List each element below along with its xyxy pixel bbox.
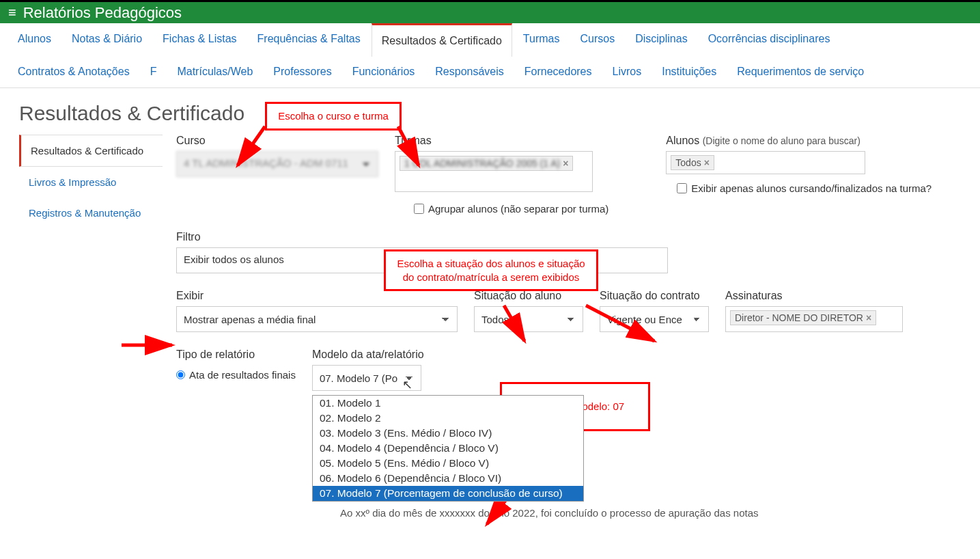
label-exibir-apenas: Exibir apenas alunos cursando/finalizado… [691, 182, 932, 194]
dropdown-option[interactable]: 04. Modelo 4 (Dependência / Bloco V) [313, 441, 583, 456]
tab-instituicoes[interactable]: Instituições [652, 56, 726, 87]
assinaturas-tag[interactable]: Diretor - NOME DO DIRETOR × [730, 310, 876, 325]
topbar: ≡ Relatórios Pedagógicos [0, 0, 980, 23]
sidebar: Resultados & Certificado Livros & Impres… [19, 135, 163, 519]
tab-more[interactable]: F [141, 56, 167, 87]
close-icon[interactable]: × [866, 312, 871, 323]
select-exibir[interactable]: Mostrar apenas a média final [176, 306, 458, 332]
radio-ata-resultados[interactable] [176, 370, 185, 379]
dropdown-option[interactable]: 05. Modelo 5 (Ens. Médio / Bloco V) [313, 456, 583, 471]
tab-fornecedores[interactable]: Fornecedores [515, 56, 602, 87]
tab-livros[interactable]: Livros [603, 56, 652, 87]
label-curso: Curso [176, 135, 378, 147]
turmas-tag-label: 1 COL ADMINISTRAÇÃO 2005 (1 A) [404, 158, 560, 169]
turmas-tag[interactable]: 1 COL ADMINISTRAÇÃO 2005 (1 A) × [400, 156, 573, 171]
alunos-tag[interactable]: Todos × [671, 155, 714, 170]
dropdown-option[interactable]: 02. Modelo 2 [313, 411, 583, 426]
label-tipo-relatorio: Tipo de relatório [176, 349, 296, 361]
tab-alunos[interactable]: Alunos [8, 23, 61, 56]
label-situacao-aluno: Situação do aluno [474, 290, 583, 302]
sidebar-item-resultados[interactable]: Resultados & Certificado [19, 135, 163, 167]
tab-requerimentos[interactable]: Requerimentos de serviço [727, 56, 873, 87]
label-agrupar: Agrupar alunos (não separar por turma) [428, 203, 608, 215]
tab-resultados-certificado[interactable]: Resultados & Certificado [372, 23, 512, 57]
assinaturas-tag-label: Diretor - NOME DO DIRETOR [735, 312, 863, 323]
tab-professores[interactable]: Professores [264, 56, 341, 87]
label-modelo: Modelo da ata/relatório [312, 349, 424, 361]
tab-responsaveis[interactable]: Responsáveis [425, 56, 514, 87]
select-situacao-aluno[interactable]: Todos [474, 306, 583, 332]
dropdown-option[interactable]: 03. Modelo 3 (Ens. Médio / Bloco IV) [313, 426, 583, 441]
label-alunos: Alunos (Digite o nome do aluno para busc… [666, 135, 932, 147]
select-curso[interactable]: 4 TL ADMINISTRAÇÃO - ADM 0711 [176, 151, 378, 177]
page-title: Relatórios Pedagógicos [23, 4, 182, 22]
tab-funcionarios[interactable]: Funcionários [343, 56, 425, 87]
callout-curso-turma: Escolha o curso e turma [265, 102, 402, 131]
label-turmas: Turmas [395, 135, 608, 147]
radio-label-ata: Ata de resultados finais [189, 369, 296, 381]
dropdown-option-selected[interactable]: 07. Modelo 7 (Porcentagem de conclusão d… [313, 486, 583, 501]
hamburger-icon[interactable]: ≡ [8, 5, 16, 21]
dropdown-modelo-options: 01. Modelo 1 02. Modelo 2 03. Modelo 3 (… [312, 395, 584, 502]
close-icon[interactable]: × [704, 157, 710, 168]
tab-notas-diario[interactable]: Notas & Diário [62, 23, 152, 56]
dropdown-option[interactable]: 01. Modelo 1 [313, 396, 583, 411]
tab-disciplinas[interactable]: Disciplinas [626, 23, 697, 56]
tab-turmas[interactable]: Turmas [514, 23, 570, 56]
sidebar-item-livros[interactable]: Livros & Impressão [19, 167, 163, 197]
label-assinaturas: Assinaturas [725, 290, 903, 302]
input-turmas[interactable]: 1 COL ADMINISTRAÇÃO 2005 (1 A) × [395, 151, 593, 192]
tab-fichas-listas[interactable]: Fichas & Listas [153, 23, 246, 56]
label-exibir: Exibir [176, 290, 458, 302]
input-assinaturas[interactable]: Diretor - NOME DO DIRETOR × [725, 306, 903, 332]
label-situacao-contrato: Situação do contrato [600, 290, 709, 302]
input-alunos[interactable]: Todos × [666, 151, 865, 174]
tab-contratos-anotacoes[interactable]: Contratos & Anotações [8, 56, 139, 87]
main-form: Curso 4 TL ADMINISTRAÇÃO - ADM 0711 Turm… [176, 135, 961, 519]
checkbox-agrupar[interactable] [414, 204, 424, 214]
sidebar-item-registros[interactable]: Registros & Manutenção [19, 197, 163, 228]
tab-ocorrencias[interactable]: Ocorrências disciplinares [699, 23, 840, 56]
select-situacao-contrato[interactable]: Vigente ou Ence [600, 306, 709, 332]
alunos-tag-label: Todos [675, 157, 701, 168]
checkbox-exibir-apenas[interactable] [677, 183, 687, 193]
tab-cursos[interactable]: Cursos [570, 23, 624, 56]
label-filtro: Filtro [176, 231, 668, 243]
page-heading: Resultados & Certificado [19, 102, 961, 125]
tab-frequencias-faltas[interactable]: Frequências & Faltas [248, 23, 370, 56]
select-modelo[interactable]: 07. Modelo 7 (Po [312, 365, 421, 391]
footer-text: Ao xxº dia do mês de xxxxxxx do ano 2022… [176, 507, 961, 519]
nav-tabs: Alunos Notas & Diário Fichas & Listas Fr… [0, 23, 980, 88]
close-icon[interactable]: × [563, 158, 568, 169]
dropdown-option[interactable]: 06. Modelo 6 (Dependência / Bloco VI) [313, 471, 583, 486]
tab-matriculas-web[interactable]: Matrículas/Web [167, 56, 262, 87]
callout-situacao: Escolha a situação dos alunos e situação… [384, 249, 598, 291]
